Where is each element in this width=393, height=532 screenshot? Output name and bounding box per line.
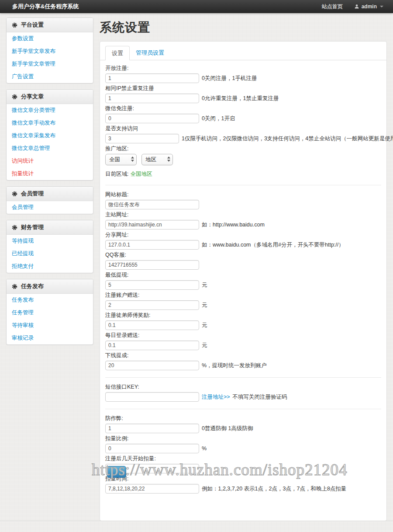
min-withdraw-hint: 元	[202, 282, 207, 289]
field-ip-no-duplicate-register: 相同IP禁止重复注册0允许重复注册，1禁止重复注册	[105, 85, 381, 103]
deduction-start-days-input[interactable]	[105, 464, 199, 473]
field-label-deduction-time: 扣量时间:	[105, 476, 381, 482]
sidebar-item-visit-stats[interactable]: 访问统计	[7, 155, 93, 167]
sidebar-panel-member-management: 会员管理会员管理	[6, 186, 93, 214]
share-url-hint: 如：www.baidu.com（多域名用#分开，开头不要带http://）	[202, 241, 344, 249]
user-icon	[354, 4, 359, 9]
field-min-withdraw: 最低提现:元	[105, 272, 381, 290]
ip-no-duplicate-register-input[interactable]	[105, 94, 199, 103]
gear-icon	[12, 94, 17, 100]
field-wechat-free-register: 微信免注册:0关闭，1开启	[105, 105, 381, 123]
daily-login-bonus-input[interactable]	[105, 341, 199, 350]
navbar-right: 站点首页 admin	[322, 3, 383, 10]
nav-site-home-link[interactable]: 站点首页	[322, 3, 343, 10]
sms-api-key-input[interactable]	[105, 392, 199, 402]
section-divider	[105, 409, 381, 409]
main-site-url-input[interactable]	[105, 220, 199, 229]
footer-divider	[0, 521, 393, 521]
field-label-deduction-ratio: 扣量比例:	[105, 435, 381, 442]
sidebar-panel-header: 平台设置	[7, 18, 93, 32]
field-label-daily-login-bonus: 每日登录赠送:	[105, 332, 381, 339]
sidebar-item-wechat-article-manage[interactable]: 微信文章总管理	[7, 142, 93, 155]
region-province-select[interactable]: 全国	[105, 154, 137, 165]
sms-api-key-hint: 不填写关闭注册验证码	[233, 393, 287, 401]
sidebar-item-pending-review[interactable]: 等待审核	[7, 319, 93, 332]
tab-settings[interactable]: 设置	[105, 46, 130, 60]
sidebar: 平台设置参数设置新手学堂文章发布新手学堂文章管理广告设置分享文章微信文章分类管理…	[6, 17, 93, 521]
sidebar-panel-header: 会员管理	[7, 187, 93, 201]
register-account-bonus-input[interactable]	[105, 300, 199, 310]
current-region-label: 目前区域:	[105, 171, 128, 177]
wechat-free-register-input[interactable]	[105, 114, 199, 123]
sidebar-panel-header: 任务发布	[7, 279, 93, 294]
min-withdraw-input[interactable]	[105, 280, 199, 290]
sidebar-item-task-manage[interactable]: 任务管理	[7, 306, 93, 319]
field-label-sms-api-key: 短信接口KEY:	[105, 384, 381, 390]
sidebar-item-rejected-payment[interactable]: 拒绝支付	[7, 260, 93, 273]
tab-admin-settings[interactable]: 管理员设置	[130, 46, 170, 60]
sidebar-item-newbie-article-publish[interactable]: 新手学堂文章发布	[7, 45, 93, 58]
field-downline-commission: 下线提成:%，提现时统一发放到账户	[105, 352, 381, 370]
site-title-input[interactable]	[105, 200, 199, 209]
page-title: 系统设置	[100, 19, 387, 36]
open-register-input[interactable]	[105, 73, 199, 83]
access-support-input[interactable]	[105, 134, 179, 143]
field-anti-cheat: 防作弊:0普通防御 1高级防御	[105, 415, 381, 433]
qq-service-input[interactable]	[105, 260, 199, 270]
sidebar-panel-title: 分享文章	[21, 93, 44, 101]
sidebar-item-pending-withdraw[interactable]: 等待提现	[7, 235, 93, 247]
sidebar-panel-title: 财务管理	[21, 223, 44, 231]
downline-commission-hint: %，提现时统一发放到账户	[202, 362, 267, 369]
daily-login-bonus-hint: 元	[202, 342, 207, 349]
field-label-promo-region: 推广地区:	[105, 146, 381, 152]
field-label-open-register: 开放注册:	[105, 65, 381, 72]
sidebar-panel-title: 任务发布	[21, 282, 44, 290]
sidebar-item-completed-withdraw[interactable]: 已经提现	[7, 247, 93, 260]
field-label-access-support: 是否支持访问	[105, 125, 381, 132]
sidebar-item-param-settings[interactable]: 参数设置	[7, 32, 93, 45]
sidebar-panel-title: 会员管理	[21, 190, 44, 198]
sidebar-item-review-records[interactable]: 审核记录	[7, 332, 93, 344]
deduction-time-input[interactable]	[105, 484, 199, 494]
sidebar-item-task-publish[interactable]: 任务发布	[7, 294, 93, 306]
deduction-ratio-input[interactable]	[105, 444, 199, 453]
field-site-title: 网站标题:	[105, 191, 381, 209]
field-label-apprentice-master-reward: 注册徒弟师傅奖励:	[105, 312, 381, 319]
sidebar-item-newbie-article-manage[interactable]: 新手学堂文章管理	[7, 58, 93, 70]
field-label-register-account-bonus: 注册账户赠送:	[105, 292, 381, 299]
sidebar-item-member-manage[interactable]: 会员管理	[7, 201, 93, 214]
field-deduction-ratio: 扣量比例:%	[105, 435, 381, 453]
field-label-share-url: 分享网址:	[105, 232, 381, 238]
field-label-qq-service: QQ客服:	[105, 252, 381, 258]
sidebar-item-wechat-article-collect-publish[interactable]: 微信文章采集发布	[7, 129, 93, 142]
caret-down-icon	[380, 6, 383, 7]
gear-icon	[12, 225, 17, 230]
region-area-select[interactable]: 地区	[141, 154, 173, 165]
share-url-input[interactable]	[105, 240, 199, 250]
field-sms-api-key: 短信接口KEY:注册地址>>不填写关闭注册验证码	[105, 384, 381, 402]
user-menu[interactable]: admin	[354, 3, 383, 10]
sidebar-panel-title: 平台设置	[21, 21, 44, 29]
section-divider	[105, 185, 381, 185]
region-area-selected-value: 地区	[145, 156, 156, 163]
downline-commission-input[interactable]	[105, 361, 199, 370]
sidebar-panel-header: 财务管理	[7, 220, 93, 235]
current-region-link[interactable]: 全国地区	[130, 171, 152, 177]
gear-icon	[12, 22, 17, 28]
sidebar-item-wechat-article-category-manage[interactable]: 微信文章分类管理	[7, 104, 93, 117]
field-qq-service: QQ客服:	[105, 252, 381, 270]
sms-api-key-register-link[interactable]: 注册地址>>	[202, 393, 230, 401]
field-label-anti-cheat: 防作弊:	[105, 415, 381, 422]
field-deduction-start-days: 注册后几天开始扣量:	[105, 456, 381, 473]
sidebar-item-ad-settings[interactable]: 广告设置	[7, 70, 93, 83]
sidebar-item-deduction-stats[interactable]: 扣量统计	[7, 167, 93, 180]
apprentice-master-reward-input[interactable]	[105, 320, 199, 330]
anti-cheat-input[interactable]	[105, 424, 199, 433]
field-register-account-bonus: 注册账户赠送:元	[105, 292, 381, 310]
page-body: 平台设置参数设置新手学堂文章发布新手学堂文章管理广告设置分享文章微信文章分类管理…	[0, 13, 393, 521]
sidebar-item-wechat-article-manual-publish[interactable]: 微信文章手动发布	[7, 117, 93, 129]
top-navbar: 多用户分享&任务程序系统 站点首页 admin	[0, 0, 393, 13]
sidebar-panel-platform-settings: 平台设置参数设置新手学堂文章发布新手学堂文章管理广告设置	[6, 17, 93, 83]
field-label-downline-commission: 下线提成:	[105, 352, 381, 359]
deduction-time-hint: 例如：1,2,3,7,20 表示1点，2点，3点，7点，和晚上8点扣量	[202, 485, 346, 493]
